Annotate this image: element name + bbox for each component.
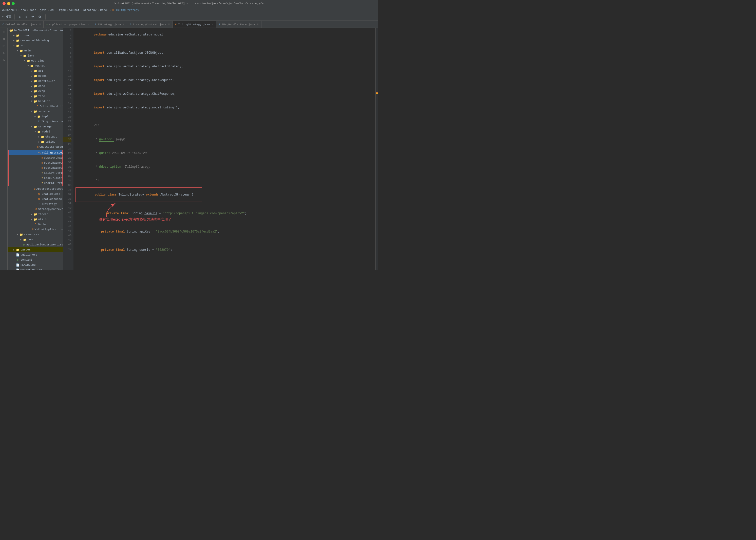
tree-node-apikey[interactable]: f apiKey:String: [9, 171, 62, 176]
maximize-button[interactable]: [12, 2, 15, 5]
tree-node-cmake[interactable]: ▶ 📁 cmake-build-debug: [8, 38, 63, 43]
folder-icon: 📁: [41, 140, 45, 144]
tree-node-core[interactable]: ▶ 📁 core: [8, 83, 63, 89]
tree-node-service[interactable]: ▼ 📁 service: [8, 109, 63, 114]
tree-node-chatgpt[interactable]: ▶ 📁 chatgpt: [8, 134, 63, 139]
close-button[interactable]: [3, 2, 6, 5]
tree-node-model[interactable]: ▼ 📁 model: [8, 129, 63, 134]
tree-node-strategy[interactable]: ▼ 📁 strategy: [8, 124, 63, 129]
tree-node-utils[interactable]: ▶ 📁 utils: [8, 217, 63, 222]
tree-root[interactable]: ▼ 📁 WxChatGPT ~/Documents/learning/WxCha…: [8, 28, 63, 33]
tree-node-chatgotstrategy[interactable]: C ChatGotStrategy: [8, 144, 63, 149]
breadcrumb-zjnu[interactable]: zjnu: [59, 9, 66, 12]
toolbar-collapse-btn[interactable]: —: [49, 14, 54, 19]
tree-node-face[interactable]: ▶ 📁 face: [8, 94, 63, 99]
tree-node-iml[interactable]: 📄 WxChatGPT.iml: [8, 267, 63, 270]
tree-node-wechat-class[interactable]: C Wechat: [8, 222, 63, 227]
tree-label: DefaultHandler: [40, 105, 63, 108]
tree-node-gitignore[interactable]: 📄 .gitignore: [8, 252, 63, 257]
breadcrumb-wechat[interactable]: weChat: [70, 9, 79, 12]
toolbar-list-btn[interactable]: ≡: [25, 14, 29, 19]
tab-close-icon[interactable]: ×: [123, 23, 124, 26]
breadcrumb-wxchatgpt[interactable]: WxChatGPT: [2, 9, 17, 12]
sidebar-icon-2[interactable]: ⊞: [1, 36, 7, 42]
tree-node-pomxml[interactable]: ⚙ pom.xml: [8, 257, 63, 262]
tree-node-edu[interactable]: ▼ 📁 edu.zjnu: [8, 58, 63, 63]
project-toggle[interactable]: ▾: [2, 15, 4, 19]
tree-node-java[interactable]: ▼ 📁 java: [8, 53, 63, 58]
tabs-bar: C DefaultHandler.java × ⚙ application.pr…: [0, 21, 378, 28]
tab-istrategy[interactable]: I IStrategy.java ×: [92, 21, 127, 28]
breadcrumb-edu[interactable]: edu: [50, 9, 55, 12]
tree-node-strategycontext[interactable]: C StrategyContext: [8, 207, 63, 212]
tree-node-istrategy[interactable]: I IStrategy: [8, 202, 63, 207]
tree-node-controller[interactable]: ▶ 📁 controller: [8, 78, 63, 83]
toolbar-sep-2: [45, 14, 46, 20]
tree-node-wxchatapp[interactable]: C WxChatApplication: [8, 227, 63, 232]
sidebar-icon-5[interactable]: ⚙: [1, 57, 7, 63]
tree-node-abstractstrategy[interactable]: C AbstractStrategy: [8, 187, 63, 192]
tree-node-chatresponse[interactable]: C ChatResponse: [8, 197, 63, 202]
breadcrumb-model[interactable]: model: [100, 9, 109, 12]
tab-label: DefaultHandler.java: [6, 23, 37, 26]
project-label[interactable]: 项目: [6, 15, 11, 19]
tab-defaulthandler[interactable]: C DefaultHandler.java ×: [0, 21, 44, 28]
tree-label: baseUrl:String: [44, 177, 63, 180]
tree-node-src[interactable]: ▼ 📁 src: [8, 43, 63, 48]
sidebar-icon-1[interactable]: ≡: [1, 29, 7, 35]
breadcrumb-strategy[interactable]: strategy: [83, 9, 96, 12]
tree-node-chatrequest[interactable]: C ChatRequest: [8, 192, 63, 197]
tree-node-baseurl[interactable]: f baseUrl:String: [9, 176, 62, 181]
tab-application-properties[interactable]: ⚙ application.properties ×: [44, 21, 92, 28]
tree-node-resources[interactable]: ▼ 📁 resources: [8, 232, 63, 237]
tree-label: model: [42, 130, 50, 133]
minimize-button[interactable]: [7, 2, 10, 5]
sidebar-icon-3[interactable]: ⟳: [1, 43, 7, 49]
tree-node-tuling[interactable]: ▶ 📁 tuling: [8, 139, 63, 144]
tree-node-main[interactable]: ▼ 📁 main: [8, 48, 63, 53]
tree-node-idea[interactable]: ▶ 📁 .idea: [8, 33, 63, 38]
tree-node-postchatrequest[interactable]: m postChatRequest(ChatI: [9, 160, 62, 165]
tree-node-wechat[interactable]: ▼ 📁 weChat: [8, 63, 63, 68]
tree-node-tulingstrategy[interactable]: ▼ C TulingStrategy: [9, 150, 62, 155]
tree-node-excp[interactable]: ▶ 📁 excp: [8, 89, 63, 94]
tab-close-icon[interactable]: ×: [39, 23, 41, 26]
toolbar-settings-btn[interactable]: ⚙: [37, 14, 42, 19]
tree-node-iloginservice[interactable]: I ILoginService: [8, 119, 63, 124]
tree-node-impl[interactable]: ▶ 📁 impl: [8, 114, 63, 119]
breadcrumb-main[interactable]: main: [29, 9, 36, 12]
tree-node-readme[interactable]: 📄 README.md: [8, 262, 63, 267]
tree-node-handler[interactable]: ▼ 📁 handler: [8, 99, 63, 104]
code-editor[interactable]: 1 2 3 4 5 6 7 8 9 10 11 12 13 14 15 16 1…: [63, 28, 378, 270]
toolbar-add-btn[interactable]: ⊕: [18, 14, 23, 19]
tree-node-postchatresponse[interactable]: m postChatResponse(Stri: [9, 165, 62, 171]
tab-tulingstrategy[interactable]: C TulingStrategy.java ×: [173, 21, 216, 28]
tree-node-appprops[interactable]: ⚙ application.properties: [8, 242, 63, 247]
tree-node-temp[interactable]: ▶ 📁 temp: [8, 237, 63, 242]
code-lines[interactable]: package edu.zjnu.weChat.strategy.model; …: [74, 28, 376, 270]
tab-label: StrategyContext.java: [133, 23, 166, 26]
breadcrumb-java[interactable]: java: [40, 9, 46, 12]
tab-strategycontext[interactable]: C StrategyContext.java ×: [127, 21, 173, 28]
tree-label: core: [38, 84, 45, 88]
tree-label: weChat: [35, 64, 45, 68]
tree-node-userid[interactable]: f userId:String: [9, 181, 62, 186]
tree-node-beans[interactable]: ▶ 📁 beans: [8, 73, 63, 78]
tab-close-icon[interactable]: ×: [88, 23, 89, 26]
sidebar-icon-4[interactable]: ✎: [1, 50, 7, 56]
tab-close-icon[interactable]: ×: [168, 23, 170, 26]
tab-imsghandlerface[interactable]: I IMsgHandlerFace.java ×: [216, 21, 261, 28]
tree-node-target[interactable]: ▶ 📁 target: [8, 247, 63, 252]
tree-node-api[interactable]: ▶ 📁 api: [8, 68, 63, 73]
java-i-icon: I: [37, 120, 41, 123]
toolbar-sort-btn[interactable]: ⇌: [30, 14, 35, 19]
folder-icon: 📁: [34, 218, 38, 221]
tree-node-defaulthandler[interactable]: C DefaultHandler: [8, 104, 63, 109]
tab-close-icon[interactable]: ×: [212, 23, 213, 26]
breadcrumb-class[interactable]: C TulingStrategy: [112, 9, 139, 12]
tree-node-doexec[interactable]: m doExec(ChatRequest):S: [9, 155, 62, 160]
breadcrumb-src[interactable]: src: [21, 9, 26, 12]
tab-close-icon[interactable]: ×: [257, 23, 259, 26]
tree-node-thread[interactable]: ▶ 📁 thread: [8, 212, 63, 217]
file-icon: 📄: [16, 263, 20, 267]
